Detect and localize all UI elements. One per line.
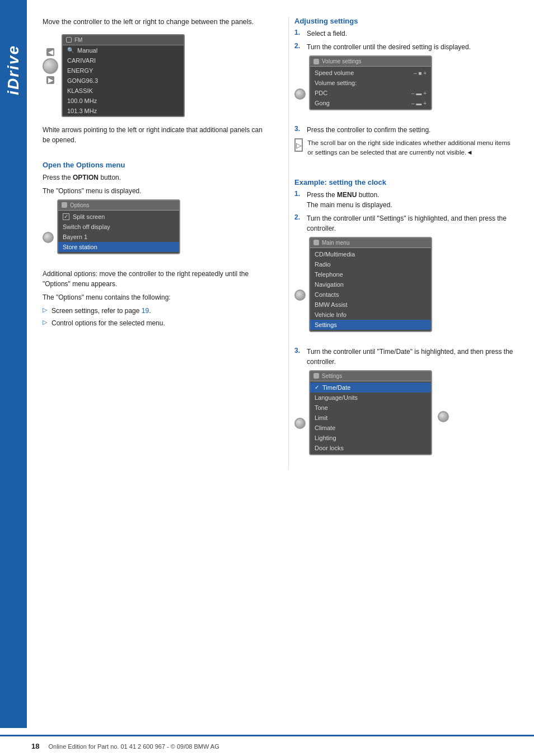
pdc-text: PDC: [315, 90, 408, 96]
settings-screen: Settings ✓ Time/Date Language/Units Tone…: [309, 370, 432, 455]
mm-row-settings: Settings: [310, 320, 431, 330]
main-menu-icon: [313, 240, 319, 245]
options-row-store: Store station: [58, 242, 179, 252]
idrive-label: iDrive: [4, 45, 22, 95]
arrow-left-icon: ◀: [46, 48, 54, 56]
intro-text: Move the controller to the left or right…: [43, 17, 266, 27]
timedate-text: Time/Date: [322, 384, 350, 391]
contains-text: The "Options" menu contains the followin…: [43, 292, 266, 302]
adjusting-heading: Adjusting settings: [294, 17, 517, 25]
settings-knob-area: [294, 404, 306, 429]
mm-row-cd: CD/Multimedia: [310, 249, 431, 259]
example-text-1: Press the MENU button. The main menu is …: [307, 190, 392, 210]
step-text-2: Turn the controller until the desired se…: [307, 42, 471, 52]
screen-row-manual: 🔍 Manual: [63, 45, 184, 55]
step-text-3: Press the controller to confirm the sett…: [307, 125, 430, 135]
example-num-1: 1.: [294, 190, 302, 210]
bullet-item-1: ▷ Screen settings, refer to page 19.: [43, 306, 266, 316]
step-num-3: 3.: [294, 125, 302, 135]
options-knob-area: [43, 218, 54, 243]
example-num-3: 3.: [294, 347, 302, 367]
bullet-item-2: ▷ Control options for the selected menu.: [43, 318, 266, 328]
page-number: 18: [31, 742, 39, 750]
scroll-indicator: ▷ The scroll bar on the right side indic…: [294, 138, 517, 161]
settings-right-knob: [438, 411, 449, 422]
pdc-bar: – ▬ +: [411, 90, 427, 96]
example-text-3: Turn the controller until "Time/Date" is…: [307, 347, 517, 367]
volume-icon: [313, 59, 319, 64]
checkmark-icon: ✓: [315, 384, 319, 390]
main-menu-body: CD/Multimedia Radio Telephone Navigation…: [310, 248, 431, 331]
settings-row-climate: Climate: [310, 423, 431, 433]
options-screen: Options ✓ Split screen Switch off displa…: [57, 199, 180, 254]
example-num-2: 2.: [294, 213, 302, 234]
screen-row-freq2: 101.3 MHz: [63, 106, 184, 116]
open-options-heading: Open the Options menu: [43, 161, 266, 169]
options-titlebar: Options: [58, 200, 179, 211]
settings-row-doorlocks: Door locks: [310, 443, 431, 453]
options-row-switch: Switch off display: [58, 222, 179, 232]
options-screen-container: Options ✓ Split screen Switch off displa…: [43, 199, 266, 262]
white-arrows-text: White arrows pointing to the left or rig…: [43, 125, 266, 145]
settings-screen-container: Settings ✓ Time/Date Language/Units Tone…: [294, 370, 517, 463]
options-row-split: ✓ Split screen: [58, 212, 179, 222]
main-menu-titlebar: Main menu: [310, 238, 431, 248]
split-text: Split screen: [73, 213, 105, 220]
settings-icon: [313, 373, 319, 379]
arrow-right-icon: ▶: [46, 76, 54, 84]
settings-screen-body: ✓ Time/Date Language/Units Tone Limit Cl…: [310, 381, 431, 454]
bullet-text-1: Screen settings, refer to page 19.: [51, 306, 151, 316]
example-text-2: Turn the controller until "Settings" is …: [307, 213, 517, 234]
volume-row-gong: Gong – ▬ +: [310, 98, 431, 108]
fm-screen-wrapper: ◀ ▶ FM 🔍 Manual CARIVARI ENERGY GONG96.3: [43, 34, 266, 125]
volume-screen: Volume settings Speed volume – ■ + Volum…: [309, 55, 432, 110]
mm-row-radio: Radio: [310, 259, 431, 269]
controller-knob: [43, 58, 58, 74]
volume-title-text: Volume settings: [322, 58, 362, 64]
options-knob: [43, 232, 54, 243]
step-num-2: 2.: [294, 42, 302, 52]
gong-text: Gong: [315, 100, 408, 106]
mm-row-contacts: Contacts: [310, 290, 431, 300]
settings-titlebar: Settings: [310, 371, 431, 381]
volume-screen-body: Speed volume – ■ + Volume setting: PDC –…: [310, 67, 431, 109]
bullet-text-2: Control options for the selected menu.: [51, 318, 165, 328]
options-body1: Press the OPTION button.: [43, 172, 266, 183]
screen-row-carivari: CARIVARI: [63, 55, 184, 66]
footer: 18 Online Edition for Part no. 01 41 2 6…: [0, 735, 534, 756]
step-3-press: 3. Press the controller to confirm the s…: [294, 125, 517, 135]
fm-titlebar: FM: [63, 35, 184, 45]
options-screen-body: ✓ Split screen Switch off display Bayern…: [58, 211, 179, 253]
options-body2: The "Options" menu is displayed.: [43, 186, 266, 196]
vol-setting-text: Volume setting:: [315, 80, 357, 86]
settings-row-language: Language/Units: [310, 393, 431, 403]
settings-row-tone: Tone: [310, 403, 431, 413]
step-num-1: 1.: [294, 29, 302, 39]
volume-row-setting: Volume setting:: [310, 78, 431, 88]
gong-bar: – ▬ +: [411, 100, 427, 106]
left-column: Move the controller to the left or right…: [43, 17, 271, 470]
menu-bold: MENU: [337, 191, 357, 199]
settings-row-limit: Limit: [310, 413, 431, 423]
settings-row-lighting: Lighting: [310, 433, 431, 443]
bullet-arrow-icon-1: ▷: [43, 306, 47, 314]
example-step-3: 3. Turn the controller until "Time/Date"…: [294, 347, 517, 367]
main-menu-knob: [294, 290, 306, 301]
fm-title-text: FM: [74, 37, 82, 43]
sidebar: iDrive: [0, 0, 27, 728]
example-step-2: 2. Turn the controller until "Settings" …: [294, 213, 517, 234]
page-link-19[interactable]: 19: [142, 307, 149, 315]
screen-row-freq1: 100.0 MHz: [63, 96, 184, 106]
checkbox-icon: ✓: [63, 213, 69, 220]
bullet-arrow-icon-2: ▷: [43, 319, 47, 326]
step-text-1: Select a field.: [307, 29, 347, 39]
options-title-text: Options: [70, 202, 89, 208]
volume-knob-area: [294, 74, 306, 100]
main-menu-title-text: Main menu: [322, 240, 349, 246]
mm-row-telephone: Telephone: [310, 269, 431, 279]
scroll-note: The scroll bar on the right side indicat…: [307, 138, 517, 158]
search-icon: 🔍: [67, 47, 74, 53]
step-1-select: 1. Select a field.: [294, 29, 517, 39]
fm-knob-area: ◀ ▶: [43, 34, 58, 84]
options-row-bayern: Bayern 1: [58, 232, 179, 242]
